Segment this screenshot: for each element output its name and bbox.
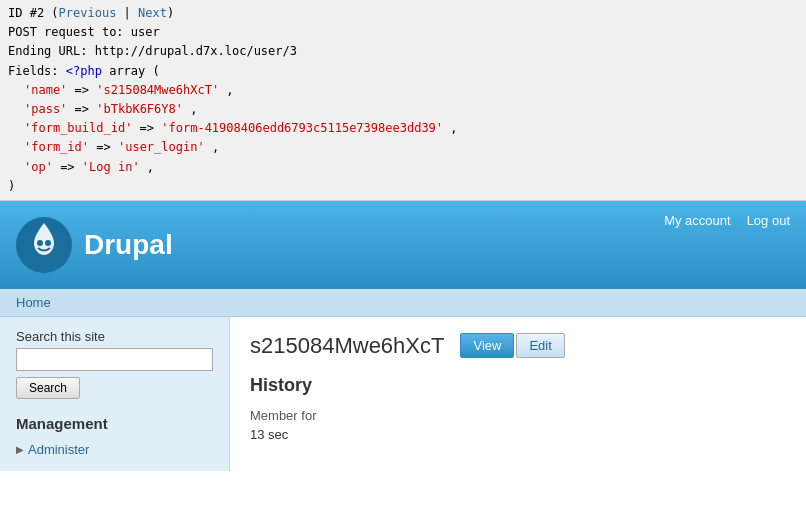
my-account-link[interactable]: My account	[664, 213, 730, 228]
debug-comma1: ,	[226, 83, 233, 97]
debug-arrow4: =>	[96, 140, 118, 154]
debug-panel: ID #2 (Previous | Next) POST request to:…	[0, 0, 806, 201]
member-for-label: Member for	[250, 408, 786, 423]
debug-comma3: ,	[450, 121, 457, 135]
member-for-value: 13 sec	[250, 427, 786, 442]
debug-field3-key: 'form_build_id'	[24, 121, 132, 135]
debug-field4: 'form_id' => 'user_login' ,	[8, 138, 798, 157]
debug-post-line: POST request to: user	[8, 23, 798, 42]
breadcrumb-home[interactable]: Home	[16, 295, 51, 310]
administer-label: Administer	[28, 442, 89, 457]
debug-field3: 'form_build_id' => 'form-41908406edd6793…	[8, 119, 798, 138]
debug-id-text: ID #2 (	[8, 6, 59, 20]
search-input[interactable]	[16, 348, 213, 371]
debug-url-text: Ending URL: http://drupal.d7x.loc/user/3	[8, 44, 297, 58]
debug-id-line: ID #2 (Previous | Next)	[8, 4, 798, 23]
debug-closing: )	[167, 6, 174, 20]
page-title: s215084Mwe6hXcT	[250, 333, 444, 359]
drupal-logo-icon	[16, 217, 72, 273]
debug-url-line: Ending URL: http://drupal.d7x.loc/user/3	[8, 42, 798, 61]
debug-array-word: array (	[109, 64, 160, 78]
debug-comma5: ,	[147, 160, 154, 174]
debug-arrow2: =>	[75, 102, 97, 116]
search-section: Search this site Search	[16, 329, 213, 399]
previous-link[interactable]: Previous	[59, 6, 117, 20]
history-section: History Member for 13 sec	[250, 375, 786, 442]
debug-field5: 'op' => 'Log in' ,	[8, 158, 798, 177]
debug-arrow3: =>	[140, 121, 162, 135]
breadcrumb-bar: Home	[0, 289, 806, 317]
debug-comma4: ,	[212, 140, 219, 154]
site-name: Drupal	[84, 229, 173, 261]
logout-link[interactable]: Log out	[747, 213, 790, 228]
view-tab[interactable]: View	[460, 333, 514, 358]
tab-buttons: View Edit	[460, 333, 564, 358]
debug-arrow1: =>	[75, 83, 97, 97]
debug-fields-line: Fields: <?php array (	[8, 62, 798, 81]
svg-point-1	[37, 240, 43, 246]
page-title-area: s215084Mwe6hXcT View Edit	[250, 333, 786, 359]
logo-area: Drupal	[16, 217, 173, 273]
search-button[interactable]: Search	[16, 377, 80, 399]
management-section: Management ▶ Administer	[16, 415, 213, 459]
debug-sep: |	[116, 6, 138, 20]
sidebar: Search this site Search Management ▶ Adm…	[0, 317, 230, 471]
debug-arrow5: =>	[60, 160, 82, 174]
administer-arrow-icon: ▶	[16, 444, 24, 455]
next-link[interactable]: Next	[138, 6, 167, 20]
debug-field4-key: 'form_id'	[24, 140, 89, 154]
debug-close-paren: )	[8, 177, 798, 196]
debug-php-keyword: <?php	[66, 64, 109, 78]
debug-close-text: )	[8, 179, 15, 193]
debug-field5-key: 'op'	[24, 160, 53, 174]
main-content: s215084Mwe6hXcT View Edit History Member…	[230, 317, 806, 471]
management-title: Management	[16, 415, 213, 432]
debug-field3-val: 'form-41908406edd6793c5115e7398ee3dd39'	[161, 121, 443, 135]
svg-point-2	[45, 240, 51, 246]
debug-field1-val: 's215084Mwe6hXcT'	[96, 83, 219, 97]
search-label: Search this site	[16, 329, 213, 344]
debug-field1-key: 'name'	[24, 83, 67, 97]
site-header: Drupal My account Log out	[0, 201, 806, 289]
edit-tab[interactable]: Edit	[516, 333, 564, 358]
history-title: History	[250, 375, 786, 396]
debug-field1: 'name' => 's215084Mwe6hXcT' ,	[8, 81, 798, 100]
debug-post-text: POST request to: user	[8, 25, 160, 39]
header-nav: My account Log out	[664, 213, 790, 228]
content-wrapper: Search this site Search Management ▶ Adm…	[0, 317, 806, 471]
debug-field4-val: 'user_login'	[118, 140, 205, 154]
debug-field5-val: 'Log in'	[82, 160, 140, 174]
debug-field2: 'pass' => 'bTkbK6F6Y8' ,	[8, 100, 798, 119]
debug-comma2: ,	[190, 102, 197, 116]
debug-fields-label: Fields:	[8, 64, 59, 78]
administer-item[interactable]: ▶ Administer	[16, 440, 213, 459]
debug-field2-key: 'pass'	[24, 102, 67, 116]
debug-field2-val: 'bTkbK6F6Y8'	[96, 102, 183, 116]
